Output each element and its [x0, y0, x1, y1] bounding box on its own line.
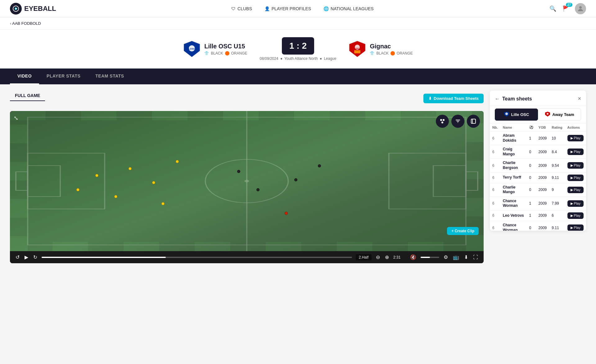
volume-control[interactable]: [421, 257, 439, 258]
home-crest: LOSC: [183, 40, 201, 58]
svg-text:LOSC: LOSC: [188, 47, 195, 50]
player-actions[interactable]: ▶ Play: [565, 159, 586, 172]
nav-clubs[interactable]: 🛡 CLUBS: [231, 6, 252, 11]
settings-button[interactable]: ⚙: [443, 254, 449, 261]
match-center: 1 : 2 08/09/2024 Youth Alliance North Le…: [260, 37, 336, 61]
table-row: 6 Charlie Bergson 0 2009 9.54 ▶ Play: [490, 159, 586, 172]
player-ball: 0: [527, 183, 536, 197]
player-actions[interactable]: ▶ Play: [565, 197, 586, 210]
player-actions[interactable]: ▶ Play: [565, 172, 586, 183]
play-pause-button[interactable]: ▶: [24, 254, 29, 261]
play-player-button[interactable]: ▶ Play: [567, 135, 584, 141]
team-view-button[interactable]: [436, 115, 449, 128]
notifications-button[interactable]: 🚩 27: [562, 5, 570, 13]
player-nb: 6: [490, 221, 500, 231]
svg-point-24: [443, 119, 445, 121]
nav-national-leagues[interactable]: 🌐 NATIONAL LEAGUES: [323, 6, 373, 11]
video-section: FULL GAME ⬇ Download Team Sheets: [10, 91, 484, 263]
jump-forward-button[interactable]: ⊕: [384, 254, 390, 261]
tabs-bar: VIDEO PLAYER STATS TEAM STATS: [0, 69, 596, 84]
tab-team-stats[interactable]: TEAM STATS: [88, 69, 131, 84]
fullscreen-corners-button[interactable]: ⤡: [14, 115, 18, 122]
tab-player-stats[interactable]: PLAYER STATS: [39, 69, 88, 84]
play-player-button[interactable]: ▶ Play: [567, 149, 584, 155]
col-yob: YOB: [536, 123, 549, 131]
shield-icon: 🛡: [231, 6, 236, 11]
player-yob: 2009: [536, 210, 549, 221]
progress-bar[interactable]: [42, 257, 352, 258]
sub-tab-full-game[interactable]: FULL GAME: [10, 91, 45, 101]
fullscreen-button[interactable]: ⛶: [472, 254, 479, 261]
player-yob: 2009: [536, 145, 549, 159]
play-player-button[interactable]: ▶ Play: [567, 212, 584, 219]
player-actions[interactable]: ▶ Play: [565, 131, 586, 145]
mute-button[interactable]: 🔇: [409, 254, 417, 261]
volume-slider[interactable]: [421, 257, 439, 258]
home-team: LOSC Lille OSC U15 👕 BLACK ORANGE: [183, 40, 247, 58]
create-clip-button[interactable]: + Create Clip: [447, 227, 479, 235]
team-sheets-panel: ← Team sheets × Lille OSC Away Team: [490, 91, 586, 231]
svg-point-32: [505, 113, 508, 115]
cast-button[interactable]: 📺: [452, 254, 460, 261]
back-arrow[interactable]: ←: [495, 96, 500, 102]
player-nb: 6: [490, 131, 500, 145]
play-player-button[interactable]: ▶ Play: [567, 187, 584, 193]
player-actions[interactable]: ▶ Play: [565, 210, 586, 221]
away-team: GIG Gignac 👕 BLACK ORANGE: [349, 40, 413, 58]
download-team-sheets-button[interactable]: ⬇ Download Team Sheets: [423, 94, 484, 103]
player-nb: 6: [490, 210, 500, 221]
download-video-button[interactable]: ⬇: [463, 254, 469, 261]
video-controls: ↺ ▶ ↻ 2.Half ⊖ ⊕ 2:31 🔇 ⚙ 📺 ⬇: [10, 251, 484, 263]
close-panel-button[interactable]: ×: [578, 95, 581, 102]
player-actions[interactable]: ▶ Play: [565, 221, 586, 231]
player-yob: 2009: [536, 172, 549, 183]
player-nb: 6: [490, 145, 500, 159]
svg-rect-29: [471, 119, 476, 123]
player-actions[interactable]: ▶ Play: [565, 145, 586, 159]
logo-text: EYEBALL: [24, 5, 56, 13]
sub-tabs: FULL GAME: [10, 91, 45, 101]
players-table: Nb. Name ⚽ YOB Rating Actions 6 Abram Do…: [490, 123, 586, 231]
play-player-button[interactable]: ▶ Play: [567, 224, 584, 231]
player-name: Terry Torff: [500, 172, 527, 183]
player-yob: 2009: [536, 159, 549, 172]
logo[interactable]: EYEBALL: [10, 3, 56, 15]
clip-button[interactable]: [467, 115, 480, 128]
player-dot: [76, 188, 79, 191]
video-player[interactable]: ⤡ + Create Clip ↺ ▶ ↻ 2.Half ⊖ ⊕ 2:31 🔇: [10, 111, 484, 263]
search-button[interactable]: 🔍: [549, 5, 557, 13]
video-canvas: ⤡ + Create Clip: [10, 111, 484, 251]
shirt-icon-away: 👕: [370, 51, 374, 55]
nav-player-profiles[interactable]: 👤 PLAYER PROFILES: [264, 6, 311, 11]
score-display: 1 : 2: [282, 37, 314, 55]
user-avatar[interactable]: [575, 3, 586, 14]
player-ball: 0: [527, 145, 536, 159]
player-name: Chance Worman: [500, 197, 527, 210]
player-actions[interactable]: ▶ Play: [565, 183, 586, 197]
table-row: 6 Terry Torff 0 2009 9.11 ▶ Play: [490, 172, 586, 183]
col-name: Name: [500, 123, 527, 131]
away-team-info: Gignac 👕 BLACK ORANGE: [370, 43, 413, 55]
forward-button[interactable]: ↻: [33, 254, 38, 261]
person-icon: 👤: [264, 6, 270, 11]
content-area: FULL GAME ⬇ Download Team Sheets: [0, 84, 596, 269]
table-row: 6 Craig Mango 0 2009 8.4 ▶ Play: [490, 145, 586, 159]
player-name: Leo Vetrovs: [500, 210, 527, 221]
breadcrumb[interactable]: ‹ AAB FODBOLD: [0, 17, 596, 30]
filter-button[interactable]: [451, 115, 464, 128]
jump-back-button[interactable]: ⊖: [375, 254, 381, 261]
player-dot-dark: [256, 188, 260, 191]
player-yob: 2009: [536, 131, 549, 145]
player-yob: 2009: [536, 221, 549, 231]
rewind-button[interactable]: ↺: [15, 254, 20, 261]
tab-lille-osc[interactable]: Lille OSC: [495, 109, 538, 121]
notification-count: 27: [566, 3, 572, 7]
play-player-button[interactable]: ▶ Play: [567, 175, 584, 181]
play-player-button[interactable]: ▶ Play: [567, 200, 584, 207]
tab-video[interactable]: VIDEO: [10, 69, 39, 84]
svg-point-25: [441, 122, 443, 123]
tab-away-team[interactable]: Away Team: [538, 109, 581, 121]
play-player-button[interactable]: ▶ Play: [567, 162, 584, 169]
player-ball: 1: [527, 131, 536, 145]
player-nb: 6: [490, 172, 500, 183]
